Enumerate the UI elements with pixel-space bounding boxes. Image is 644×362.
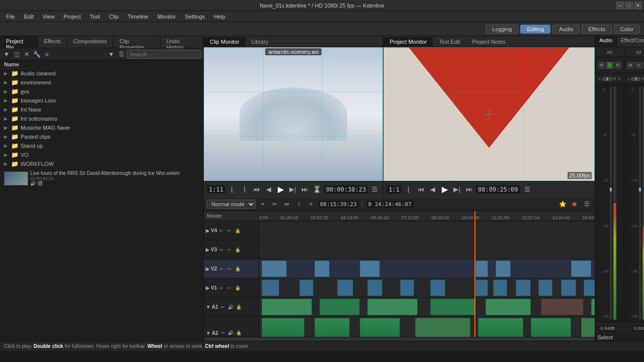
- fader-track-a2[interactable]: [639, 86, 641, 320]
- track-lock-a2[interactable]: ✏: [219, 329, 226, 336]
- tab-project-monitor[interactable]: Project Monitor: [383, 37, 433, 46]
- bin-folder-int-sottomarino[interactable]: ▶ 📁 Int sottomarino: [0, 114, 203, 123]
- clip-v1-1[interactable]: [262, 280, 279, 296]
- track-solo-v4[interactable]: 🔒: [234, 227, 241, 234]
- tl-extract-btn[interactable]: ↕: [294, 199, 304, 209]
- ch-a2-mute[interactable]: M: [627, 62, 634, 69]
- ch-a1-mute[interactable]: M: [598, 62, 605, 69]
- set-out-button[interactable]: ⌉: [239, 185, 250, 195]
- track-lock-a1[interactable]: ✏: [219, 304, 226, 311]
- menu-project[interactable]: Project: [59, 13, 85, 21]
- menu-view[interactable]: View: [39, 13, 59, 21]
- tab-effect-compositor[interactable]: Effect/Compositi...: [617, 36, 644, 47]
- tl-group-btn[interactable]: +: [306, 199, 316, 209]
- tl-record[interactable]: ⏺: [570, 199, 580, 209]
- clip-a2-1[interactable]: [262, 318, 304, 337]
- logging-button[interactable]: Logging: [486, 25, 518, 34]
- proj-fast-fwd[interactable]: ⏭: [464, 185, 474, 195]
- proj-play[interactable]: ▶: [440, 185, 450, 195]
- maximize-button[interactable]: □: [625, 2, 633, 10]
- tab-library[interactable]: Library: [246, 37, 275, 46]
- tab-clip-monitor[interactable]: Clip Monitor: [204, 37, 246, 46]
- tab-text-edit[interactable]: Text Edit: [433, 37, 466, 46]
- clip-a1-7[interactable]: [591, 299, 595, 315]
- tab-project-bin[interactable]: Project Bin: [0, 36, 38, 48]
- track-expand-v3[interactable]: ▶: [206, 247, 210, 252]
- menu-edit[interactable]: Edit: [20, 13, 38, 21]
- track-row-v4[interactable]: [259, 221, 595, 240]
- track-mute-v4[interactable]: ✂: [226, 227, 233, 234]
- editing-button[interactable]: Editing: [520, 25, 550, 34]
- track-mute-v1[interactable]: ✂: [226, 285, 233, 292]
- track-row-v1[interactable]: [259, 279, 595, 298]
- fader-knob-a1[interactable]: [610, 188, 612, 192]
- track-expand-v1[interactable]: ▶: [206, 285, 210, 291]
- track-solo-v1[interactable]: 🔒: [234, 285, 241, 292]
- track-row-v3[interactable]: [259, 240, 595, 259]
- clip-v2-2[interactable]: [314, 260, 330, 277]
- track-expand-v2[interactable]: ▶: [206, 266, 210, 272]
- track-solo-a2[interactable]: 🔒: [235, 329, 243, 336]
- clip-a1-6[interactable]: [541, 299, 584, 315]
- bin-search-input[interactable]: [127, 50, 201, 59]
- ch-a1-rec[interactable]: R: [614, 62, 621, 69]
- menu-timeline[interactable]: Timeline: [124, 13, 152, 21]
- menu-tool[interactable]: Tool: [86, 13, 104, 21]
- bin-folder-gvs[interactable]: ▶ 📁 gvs: [0, 87, 203, 96]
- bin-folder-workflow[interactable]: ▶ 📁 WORKFLOW: [0, 159, 203, 168]
- track-lock-v1[interactable]: ✏: [218, 285, 225, 292]
- bin-more[interactable]: ≡: [42, 50, 51, 59]
- audio-button[interactable]: Audio: [552, 25, 580, 34]
- track-expand-v4[interactable]: ▶: [206, 228, 210, 233]
- set-in-button[interactable]: ⌊: [227, 185, 237, 195]
- clip-a1-1[interactable]: [262, 299, 312, 315]
- ch-a1-solo[interactable]: S: [606, 62, 613, 69]
- clip-v1-10[interactable]: [538, 280, 552, 296]
- track-mute-a2[interactable]: 🔊: [227, 329, 234, 336]
- color-button[interactable]: Color: [614, 25, 640, 34]
- clip-v2-6[interactable]: [571, 260, 591, 277]
- track-solo-v3[interactable]: 🔒: [234, 246, 241, 253]
- track-mute-v3[interactable]: ✂: [226, 246, 233, 253]
- track-solo-v2[interactable]: 🔒: [234, 265, 241, 273]
- timeline-scrollbar[interactable]: [204, 337, 595, 341]
- menu-monitor[interactable]: Monitor: [153, 13, 180, 21]
- effects-button[interactable]: Effects: [582, 25, 611, 34]
- bin-delete[interactable]: ✕: [22, 50, 31, 59]
- fast-fwd-button[interactable]: ⏭: [300, 185, 310, 195]
- tl-snap-btn[interactable]: ⌖: [258, 199, 268, 209]
- tab-audio-mixer[interactable]: Audio ...: [595, 36, 617, 47]
- clip-monitor-screen[interactable]: antarctic-scenery.avi: [204, 47, 383, 181]
- step-back-button[interactable]: ◀: [264, 185, 274, 195]
- clip-v1-3[interactable]: [337, 280, 353, 296]
- clip-v1-6[interactable]: [430, 280, 445, 296]
- track-solo-a1[interactable]: 🔒: [235, 304, 243, 311]
- rewind-button[interactable]: ⏮: [252, 185, 262, 195]
- proj-step-back[interactable]: ◀: [428, 185, 438, 195]
- bin-folder-standup[interactable]: ▶ 📁 Stand up: [0, 141, 203, 150]
- fader-track-a1[interactable]: [610, 86, 612, 320]
- track-row-v2[interactable]: [259, 259, 595, 279]
- clip-menu-button[interactable]: ☰: [370, 185, 380, 195]
- bin-folder-pasted[interactable]: ▶ 📁 Pasted clips: [0, 132, 203, 141]
- clip-a2-4[interactable]: [415, 318, 470, 337]
- clip-v2-3[interactable]: [360, 260, 380, 277]
- track-mute-v2[interactable]: ✂: [226, 265, 233, 273]
- track-row-a2[interactable]: [259, 317, 595, 337]
- track-lock-v3[interactable]: ✏: [218, 246, 225, 253]
- fader-knob-a2[interactable]: [639, 188, 641, 192]
- tl-spacer-btn[interactable]: ⇔: [282, 199, 292, 209]
- clip-v1-7[interactable]: [475, 280, 488, 296]
- clip-a2-3[interactable]: [360, 318, 400, 337]
- proj-rewind[interactable]: ⏮: [416, 185, 426, 195]
- step-fwd-button[interactable]: ▶|: [288, 185, 298, 195]
- bin-clip-props[interactable]: 🔧: [32, 50, 41, 59]
- proj-menu[interactable]: ☰: [522, 185, 532, 195]
- bin-clip-rrs[interactable]: Live tours of the RRS Sir David Attenbor…: [0, 168, 203, 188]
- clip-v1-11[interactable]: [561, 280, 576, 296]
- track-content-area[interactable]: 00:00:00 01:26:10 02:52:20 04:19:05 05:4…: [259, 211, 595, 337]
- ch-a2-solo[interactable]: S: [635, 62, 642, 69]
- bin-folder-musiche[interactable]: ▶ 📁 Musiche MAG Nave: [0, 123, 203, 132]
- bin-folder-audio-cleaned[interactable]: ▶ 📁 Audio cleaned: [0, 69, 203, 78]
- tl-menu[interactable]: ☰: [582, 199, 592, 209]
